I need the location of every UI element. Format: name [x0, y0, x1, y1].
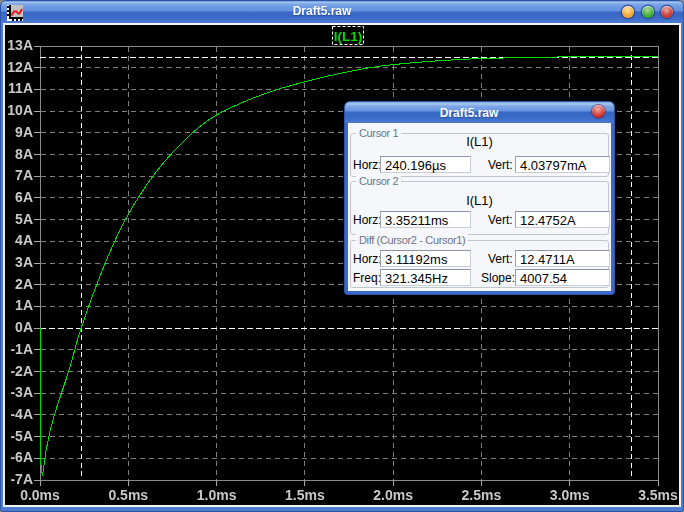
svg-text:8A: 8A — [15, 146, 33, 162]
svg-text:I(L1): I(L1) — [334, 29, 363, 44]
svg-text:3A: 3A — [15, 254, 33, 270]
svg-text:-3A: -3A — [10, 384, 33, 400]
svg-text:0.0ms: 0.0ms — [20, 487, 60, 503]
svg-text:1.0ms: 1.0ms — [197, 487, 237, 503]
svg-text:-6A: -6A — [10, 449, 33, 465]
svg-text:-2A: -2A — [10, 363, 33, 379]
svg-text:0A: 0A — [15, 319, 33, 335]
svg-text:1A: 1A — [15, 297, 33, 313]
svg-text:10A: 10A — [7, 102, 33, 118]
svg-text:7A: 7A — [15, 167, 33, 183]
svg-text:-1A: -1A — [10, 341, 33, 357]
svg-text:12A: 12A — [7, 59, 33, 75]
svg-text:-7A: -7A — [10, 471, 33, 487]
svg-text:4A: 4A — [15, 232, 33, 248]
svg-text:0.5ms: 0.5ms — [108, 487, 148, 503]
svg-text:-4A: -4A — [10, 406, 33, 422]
svg-text:3.5ms: 3.5ms — [638, 487, 678, 503]
svg-text:1.5ms: 1.5ms — [285, 487, 325, 503]
svg-text:-5A: -5A — [10, 428, 33, 444]
svg-text:2.0ms: 2.0ms — [373, 487, 413, 503]
svg-text:5A: 5A — [15, 211, 33, 227]
svg-text:2.5ms: 2.5ms — [462, 487, 502, 503]
svg-text:13A: 13A — [7, 37, 33, 53]
svg-text:9A: 9A — [15, 124, 33, 140]
svg-text:3.0ms: 3.0ms — [550, 487, 590, 503]
svg-text:6A: 6A — [15, 189, 33, 205]
svg-text:2A: 2A — [15, 276, 33, 292]
svg-text:11A: 11A — [8, 80, 33, 96]
